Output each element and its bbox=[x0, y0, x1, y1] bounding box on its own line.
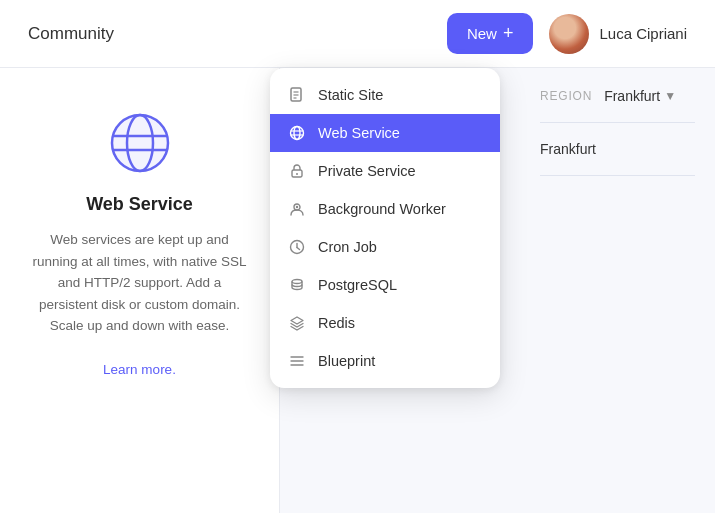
main-content: Web Service Web services are kept up and… bbox=[0, 68, 715, 513]
region-row-2: Frankfurt bbox=[540, 141, 695, 176]
avatar bbox=[549, 14, 589, 54]
left-panel: Web Service Web services are kept up and… bbox=[0, 68, 280, 513]
background-content: REGION Frankfurt ▼ Frankfurt bbox=[520, 68, 715, 513]
dropdown-item-static-site[interactable]: Static Site bbox=[270, 76, 500, 114]
svg-line-19 bbox=[297, 248, 300, 250]
dropdown-item-cron-job[interactable]: Cron Job bbox=[270, 228, 500, 266]
list-icon bbox=[288, 353, 306, 369]
dropdown-item-label-private-service: Private Service bbox=[318, 163, 416, 179]
clock-icon bbox=[288, 239, 306, 255]
web-service-icon bbox=[105, 108, 175, 178]
dropdown-item-label-background-worker: Background Worker bbox=[318, 201, 446, 217]
avatar-image bbox=[549, 14, 589, 54]
dropdown-item-label-blueprint: Blueprint bbox=[318, 353, 375, 369]
header-title: Community bbox=[28, 24, 114, 44]
svg-point-16 bbox=[296, 206, 298, 208]
svg-point-14 bbox=[296, 173, 298, 175]
page-icon bbox=[288, 87, 306, 103]
region-row-1: REGION Frankfurt ▼ bbox=[540, 88, 695, 123]
dropdown-item-postgresql[interactable]: PostgreSQL bbox=[270, 266, 500, 304]
globe-icon bbox=[288, 125, 306, 141]
stack-icon bbox=[288, 315, 306, 331]
svg-point-10 bbox=[294, 127, 300, 140]
dropdown-item-web-service[interactable]: Web Service bbox=[270, 114, 500, 152]
dropdown-item-redis[interactable]: Redis bbox=[270, 304, 500, 342]
dropdown-item-background-worker[interactable]: Background Worker bbox=[270, 190, 500, 228]
worker-icon bbox=[288, 201, 306, 217]
svg-point-4 bbox=[112, 115, 168, 171]
new-button[interactable]: New + bbox=[447, 13, 534, 54]
dropdown-item-label-redis: Redis bbox=[318, 315, 355, 331]
dropdown-item-label-cron-job: Cron Job bbox=[318, 239, 377, 255]
service-title: Web Service bbox=[86, 194, 193, 215]
region-value-1: Frankfurt bbox=[604, 88, 660, 104]
header-right: New + Luca Cipriani bbox=[447, 13, 687, 54]
dropdown-item-label-static-site: Static Site bbox=[318, 87, 383, 103]
dropdown-item-label-postgresql: PostgreSQL bbox=[318, 277, 397, 293]
region-value-2: Frankfurt bbox=[540, 141, 596, 157]
learn-more-link[interactable]: Learn more. bbox=[103, 362, 176, 377]
user-name: Luca Cipriani bbox=[599, 25, 687, 42]
dropdown-item-private-service[interactable]: Private Service bbox=[270, 152, 500, 190]
region-dropdown-1[interactable]: Frankfurt ▼ bbox=[604, 88, 676, 104]
dropdown-item-label-web-service: Web Service bbox=[318, 125, 400, 141]
db-icon bbox=[288, 277, 306, 293]
dropdown-arrow-1: ▼ bbox=[664, 89, 676, 103]
new-button-plus: + bbox=[503, 23, 514, 44]
region-label-1: REGION bbox=[540, 89, 592, 103]
right-panel: Static SiteWeb ServicePrivate ServiceBac… bbox=[280, 68, 715, 513]
lock-icon bbox=[288, 163, 306, 179]
service-description: Web services are kept up and running at … bbox=[30, 229, 249, 380]
header: Community New + Luca Cipriani bbox=[0, 0, 715, 68]
region-dropdown-2[interactable]: Frankfurt bbox=[540, 141, 596, 157]
svg-point-9 bbox=[291, 127, 304, 140]
user-avatar-container[interactable]: Luca Cipriani bbox=[549, 14, 687, 54]
dropdown-item-blueprint[interactable]: Blueprint bbox=[270, 342, 500, 380]
new-service-dropdown: Static SiteWeb ServicePrivate ServiceBac… bbox=[270, 68, 500, 388]
new-button-label: New bbox=[467, 25, 497, 42]
svg-point-20 bbox=[292, 280, 302, 284]
